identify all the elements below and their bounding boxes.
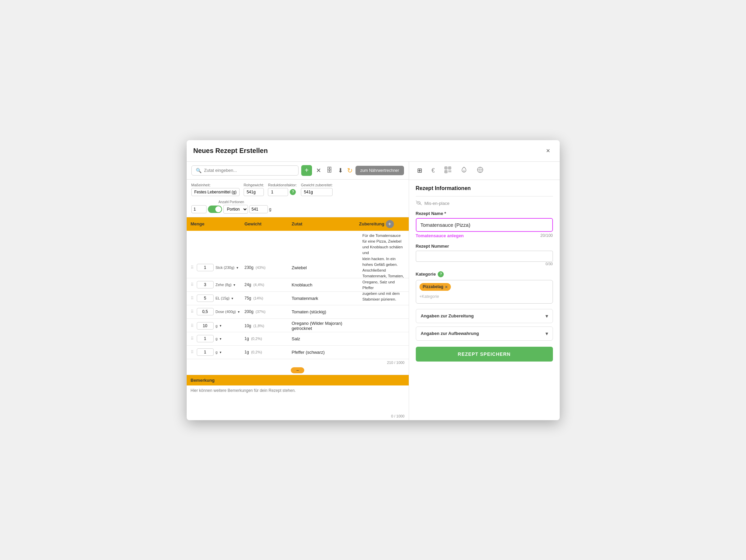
recipe-name-input[interactable] (421, 222, 548, 228)
tab-euro[interactable]: € (430, 166, 436, 175)
unit-tag: EL (15g) (216, 296, 230, 300)
qty-input[interactable] (197, 308, 213, 315)
weight-value: 10g (245, 324, 251, 328)
table-row: ⠿ Stck (230g) ▾ 230g (43%) Zwiebel Für d… (186, 231, 409, 278)
rohgewicht-label: Rohgewicht: (243, 183, 264, 187)
qty-input[interactable] (197, 322, 213, 330)
unit-dropdown-arrow[interactable]: ▾ (238, 310, 239, 314)
accordion-aufbewahrung-arrow: ▾ (546, 331, 548, 336)
tab-globe[interactable] (476, 165, 485, 176)
unit-dropdown-arrow[interactable]: ▾ (236, 266, 238, 270)
drag-handle[interactable]: ⠿ (191, 265, 194, 270)
units-row: Maßeinheit: Festes Lebensmittel (g) Rohg… (186, 179, 409, 217)
drag-handle[interactable]: ⠿ (191, 350, 194, 355)
naehrwert-button[interactable]: zum Nährwertrechner (355, 166, 404, 175)
weight-value: 230g (245, 265, 254, 270)
unit-tag: g (216, 324, 218, 328)
qty-input[interactable] (197, 348, 213, 356)
unit-dropdown-arrow[interactable]: ▾ (233, 283, 235, 287)
pct-value: (37%) (256, 310, 265, 314)
accordion-zubereitung-arrow: ▾ (546, 313, 548, 319)
qty-input[interactable] (197, 295, 213, 302)
drag-handle[interactable]: ⠿ (191, 282, 194, 287)
search-bar[interactable]: 🔍 (191, 165, 299, 175)
drag-handle[interactable]: ⠿ (191, 336, 194, 341)
accordion-aufbewahrung-label: Angaben zur Aufbewahrung (421, 331, 479, 336)
accordion-zubereitung-header[interactable]: Angaben zur Zubereitung ▾ (416, 309, 553, 323)
table-header: Menge Gewicht Zutat Zubereitung + (186, 217, 409, 231)
portionen-label: Anzahl Portionen (191, 200, 271, 204)
pct-value: (43%) (256, 265, 265, 270)
svg-rect-11 (451, 171, 451, 172)
drag-handle[interactable]: ⠿ (191, 296, 194, 301)
qty-input[interactable] (197, 264, 213, 271)
col-zutat: Zutat (292, 221, 359, 226)
kategorie-input[interactable]: +Kategorie (420, 294, 549, 299)
bemerkung-header: Bemerkung (186, 375, 409, 386)
accordion-aufbewahrung-header[interactable]: Angaben zur Aufbewahrung ▾ (416, 327, 553, 340)
unit-dropdown-arrow[interactable]: ▾ (231, 297, 233, 300)
unit-dropdown-arrow[interactable]: ▾ (220, 324, 221, 328)
rezept-name-label: Rezept Name * (416, 211, 553, 216)
tag-remove-button[interactable]: × (445, 284, 448, 289)
database-icon[interactable]: 🗄 (325, 165, 334, 175)
clear-icon[interactable]: ✕ (315, 165, 322, 175)
portionen-input[interactable] (191, 205, 206, 213)
drag-handle[interactable]: ⠿ (191, 324, 194, 328)
create-link[interactable]: Tomatensauce anlegen (416, 233, 464, 238)
gewicht-pro-stueck-input[interactable] (249, 205, 268, 213)
tab-grid[interactable]: ⊞ (416, 165, 424, 175)
bemerkung-textarea[interactable] (186, 386, 409, 413)
masseinheit-value[interactable]: Festes Lebensmittel (g) (191, 188, 239, 196)
scroll-down-button[interactable]: − (291, 367, 304, 373)
help-icon[interactable]: ? (290, 189, 296, 195)
download-icon[interactable]: ⬇ (337, 165, 344, 175)
section-title: Rezept Informationen (416, 185, 553, 191)
tab-leaf[interactable] (459, 165, 469, 176)
weight-value: 1g (245, 350, 249, 355)
table-row: ⠿ g ▾ 1g (0,2%) Pfeffer (schwarz) (186, 346, 409, 359)
tab-qr[interactable] (443, 165, 453, 176)
kategorie-tag: Pizzabelag × (420, 283, 451, 291)
svg-rect-9 (450, 171, 450, 172)
ingredient-name: Salz (292, 336, 359, 341)
qty-input[interactable] (197, 335, 213, 342)
kategorie-help-icon[interactable]: ? (438, 271, 444, 277)
right-panel: ⊞ € (409, 162, 560, 420)
add-ingredient-button[interactable]: + (301, 165, 312, 176)
unit-tag: Dose (400g) (216, 310, 236, 314)
bemerkung-count: 0 / 1000 (186, 414, 409, 420)
portionen-toggle[interactable] (208, 205, 222, 213)
gewicht-value: 541g (301, 188, 333, 196)
search-input[interactable] (204, 168, 294, 173)
bemerkung-section: Bemerkung 0 / 1000 (186, 375, 409, 420)
refresh-icon[interactable]: ↻ (347, 166, 353, 174)
rezept-nummer-input[interactable] (416, 251, 553, 262)
table-add-button[interactable]: + (386, 220, 394, 228)
modal-header: Neues Rezept Erstellen × (186, 140, 560, 162)
ingredient-name: Tomaten (stückig) (292, 309, 359, 314)
kategorie-box: Pizzabelag × +Kategorie (416, 280, 553, 304)
portion-select[interactable]: Portion (223, 205, 248, 214)
table-row: ⠿ EL (15g) ▾ 75g (14%) Tomatenmark (186, 292, 409, 305)
kategorie-label: Kategorie ? (416, 271, 553, 277)
table-row: ⠿ Dose (400g) ▾ 200g (37%) Tomaten (stüc… (186, 305, 409, 319)
rohgewicht-value: 541g (243, 188, 264, 196)
portionen-group: Anzahl Portionen Portion g (191, 200, 271, 214)
reduktionsfaktor-input[interactable] (268, 188, 288, 196)
ingredient-name: Zwiebel (292, 265, 359, 270)
qty-input[interactable] (197, 281, 213, 288)
col-zubereitung: Zubereitung (359, 221, 384, 226)
mis-en-place-label: Mis-en-place (425, 201, 450, 206)
save-recipe-button[interactable]: REZEPT SPEICHERN (416, 347, 553, 362)
unit-dropdown-arrow[interactable]: ▾ (220, 337, 221, 341)
svg-rect-3 (449, 167, 450, 168)
weight-value: 24g (245, 282, 251, 287)
drag-handle[interactable]: ⠿ (191, 309, 194, 314)
unit-dropdown-arrow[interactable]: ▾ (220, 351, 221, 354)
close-button[interactable]: × (544, 145, 553, 156)
kategorie-label-text: Kategorie (416, 272, 436, 277)
table-row: ⠿ Zehe (8g) ▾ 24g (4,4%) Knoblauch (186, 278, 409, 292)
ingredient-name: Oregano (Wilder Majoran) getrocknet (292, 321, 359, 331)
kategorie-input-placeholder: +Kategorie (420, 294, 439, 299)
